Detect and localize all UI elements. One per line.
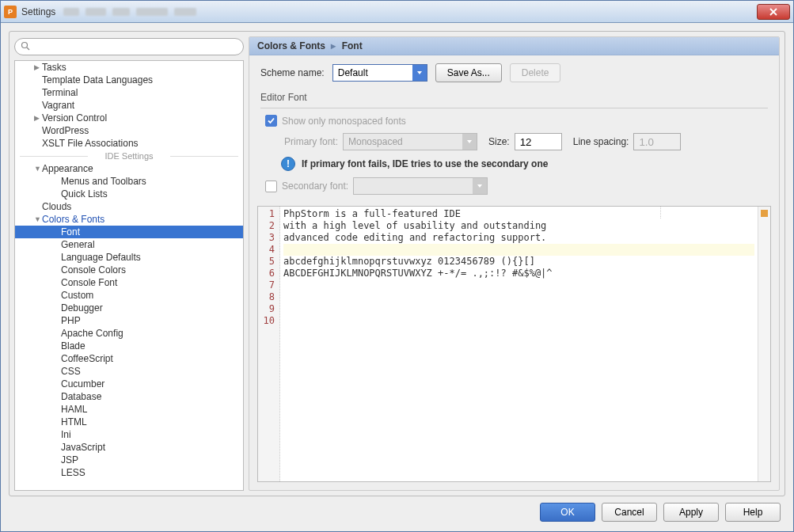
tree-item-label: HAML <box>61 404 87 415</box>
tree-item-label: JavaScript <box>61 442 105 453</box>
help-button[interactable]: Help <box>725 503 781 522</box>
code-line: PhpStorm is a full-featured IDE <box>283 208 754 220</box>
tree-item-label: Tasks <box>42 62 66 73</box>
tree-item[interactable]: Database <box>15 390 243 403</box>
form-area: Scheme name: Default Save As... Delete E… <box>249 55 779 203</box>
tree-item-label: CSS <box>61 366 81 377</box>
tree-item[interactable]: HAML <box>15 403 243 416</box>
tree-item[interactable]: ▶Version Control <box>15 112 243 124</box>
tree-item[interactable]: Debugger <box>15 302 243 314</box>
tree-item[interactable]: WordPress <box>15 124 243 137</box>
search-icon <box>21 41 30 51</box>
tree-item[interactable]: JSP <box>15 454 243 466</box>
tree-item[interactable]: XSLT File Associations <box>15 137 243 150</box>
tree-item[interactable]: ▶Tasks <box>15 61 243 74</box>
tree-item[interactable]: Font <box>15 226 243 238</box>
tree-item[interactable]: Language Defaults <box>15 251 243 264</box>
tree-item[interactable]: LESS <box>15 466 243 479</box>
primary-font-label: Primary font: <box>284 136 338 147</box>
tree-item[interactable]: Apache Config <box>15 327 243 340</box>
apply-button[interactable]: Apply <box>663 503 719 522</box>
tree-item[interactable]: Console Font <box>15 276 243 289</box>
tree-item-label: Cucumber <box>61 378 104 390</box>
cancel-button[interactable]: Cancel <box>602 503 657 522</box>
tree-item[interactable]: Custom <box>15 289 243 302</box>
chevron-down-icon <box>462 134 477 150</box>
code-line: ABCDEFGHIJKLMNOPQRSTUVWXYZ +-*/= .,;:!? … <box>283 268 754 279</box>
code-line <box>283 303 754 315</box>
chevron-right-icon: ▶ <box>34 63 42 71</box>
tree-item[interactable]: Blade <box>15 340 243 352</box>
tree-item-label: PHP <box>61 315 81 326</box>
settings-window: P Settings ▶TasksTemplate Data Languages… <box>0 0 794 532</box>
tree-item-label: Custom <box>61 290 93 301</box>
tree-item[interactable]: JavaScript <box>15 441 243 454</box>
code-area: PhpStorm is a full-featured IDEwith a hi… <box>280 207 758 481</box>
tree-item[interactable]: Cucumber <box>15 378 243 390</box>
search-wrap <box>14 36 244 60</box>
tree-item[interactable]: Ini <box>15 428 243 441</box>
line-spacing-label: Line spacing: <box>573 136 629 147</box>
tree-divider: IDE Settings <box>15 150 243 162</box>
tree-item-label: CoffeeScript <box>61 353 113 364</box>
secondary-font-select[interactable] <box>353 177 488 195</box>
code-line <box>283 315 754 327</box>
dialog-footer: OK Cancel Apply Help <box>9 503 785 523</box>
mono-checkbox[interactable] <box>265 115 277 127</box>
breadcrumb: Colors & Fonts ▸ Font <box>249 37 779 55</box>
secondary-font-checkbox[interactable] <box>265 180 277 192</box>
tree-item[interactable]: Vagrant <box>15 99 243 112</box>
tree-item-label: Ini <box>61 429 71 440</box>
save-as-button[interactable]: Save As... <box>435 63 502 82</box>
tree-item[interactable]: CSS <box>15 365 243 378</box>
stripe-marker <box>761 210 768 217</box>
delete-button[interactable]: Delete <box>510 63 561 82</box>
ok-button[interactable]: OK <box>540 503 595 522</box>
tree-item-label: LESS <box>61 467 85 478</box>
tree-item[interactable]: Template Data Languages <box>15 74 243 86</box>
line-spacing-input[interactable] <box>633 133 681 150</box>
tree-item-label: Colors & Fonts <box>42 214 104 225</box>
tree-item-label: XSLT File Associations <box>42 138 139 149</box>
size-input[interactable] <box>515 133 562 150</box>
tree-item[interactable]: Clouds <box>15 200 243 213</box>
tree-item-label: Terminal <box>42 87 78 98</box>
tree-item-label: Appearance <box>42 163 93 174</box>
tree-item-label: Template Data Languages <box>42 74 153 86</box>
tree-item-label: General <box>61 239 95 250</box>
chevron-down-icon <box>412 65 427 81</box>
tree-item-label: Clouds <box>42 201 71 212</box>
app-icon: P <box>4 6 17 18</box>
window-title: Settings <box>21 6 55 17</box>
close-button[interactable] <box>757 4 790 20</box>
primary-font-select[interactable]: Monospaced <box>343 133 477 150</box>
tree-item-label: Version Control <box>42 112 107 124</box>
tree-item[interactable]: General <box>15 238 243 251</box>
editor-preview: 12345678910 PhpStorm is a full-featured … <box>257 206 771 482</box>
tree-item[interactable]: Console Colors <box>15 264 243 276</box>
breadcrumb-parent: Colors & Fonts <box>257 40 325 51</box>
tree-item[interactable]: Terminal <box>15 86 243 99</box>
margin-line <box>660 207 661 218</box>
tree-item[interactable]: PHP <box>15 314 243 327</box>
scheme-select[interactable]: Default <box>332 64 427 82</box>
tree-item[interactable]: CoffeeScript <box>15 352 243 365</box>
error-stripe <box>758 207 770 481</box>
tree-item-label: Console Colors <box>61 264 126 276</box>
tree-item[interactable]: Quick Lists <box>15 188 243 200</box>
breadcrumb-current: Font <box>342 40 363 51</box>
info-text: If primary font fails, IDE tries to use … <box>302 158 548 169</box>
tree-item-label: Font <box>61 226 80 238</box>
tree-item[interactable]: ▼Appearance <box>15 162 243 175</box>
tree-item[interactable]: ▼Colors & Fonts <box>15 213 243 226</box>
window-body: ▶TasksTemplate Data LanguagesTerminalVag… <box>1 23 793 531</box>
chevron-down-icon: ▼ <box>34 165 42 173</box>
titlebar: P Settings <box>1 1 793 23</box>
settings-tree[interactable]: ▶TasksTemplate Data LanguagesTerminalVag… <box>14 60 244 491</box>
search-input[interactable] <box>14 38 244 55</box>
sidebar: ▶TasksTemplate Data LanguagesTerminalVag… <box>14 36 244 491</box>
tree-item[interactable]: HTML <box>15 416 243 428</box>
divider <box>260 108 768 108</box>
secondary-font-label: Secondary font: <box>282 180 348 192</box>
tree-item[interactable]: Menus and Toolbars <box>15 175 243 188</box>
